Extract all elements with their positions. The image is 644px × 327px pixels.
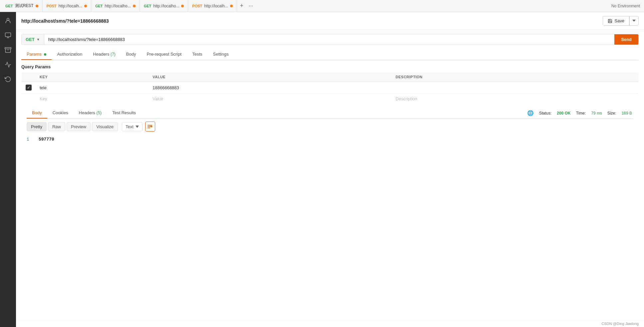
param-value-cell[interactable]: 18866668883 [149,82,392,94]
response-toolbar: Pretty Raw Preview Visualize Text [27,119,633,134]
tab-authorization[interactable]: Authorization [52,49,88,60]
view-pretty-button[interactable]: Pretty [27,122,47,131]
param-checkbox[interactable]: ✓ [26,85,32,91]
resp-tab-cookies[interactable]: Cookies [47,108,74,119]
tab-3-dot [133,5,136,7]
url-display: http://localhost/sms/?tele=18866668883 [21,18,599,24]
sidebar-icon-history[interactable] [2,73,14,85]
format-label: Text [126,124,134,129]
tab-1[interactable]: GET 测试REST [1,0,43,12]
url-input[interactable] [44,34,615,45]
empty-key-cell[interactable]: Key [36,94,149,104]
save-button[interactable]: Save [603,16,629,25]
svg-rect-4 [5,48,11,49]
resp-tab-body[interactable]: Body [27,108,47,119]
tab-settings[interactable]: Settings [208,49,234,60]
view-preview-button[interactable]: Preview [67,122,91,131]
line-number-1: 1 [27,137,33,142]
time-value: 79 ms [591,111,602,116]
status-value: 200 OK [557,111,570,116]
table-row-empty: Key Value Description [22,94,639,104]
request-line: GET ▼ Send [21,34,639,45]
tab-5[interactable]: POST http://localh... [188,0,237,12]
send-button[interactable]: Send [614,34,638,45]
table-row: ✓ tele 18866668883 [22,82,639,94]
tab-5-method: POST [192,4,202,8]
response-area: Body Cookies Headers (5) Test Results 🌐 … [21,108,639,320]
empty-checkbox-cell [22,94,36,104]
param-checkbox-cell: ✓ [22,82,36,94]
code-line-1: 1 597770 [27,137,633,142]
params-table: KEY VALUE DESCRIPTION ✓ tele 18866668883 [21,72,639,104]
tab-2-url: http://localh... [59,4,82,8]
svg-rect-1 [5,33,11,37]
more-tabs-button[interactable]: ··· [246,1,256,11]
tab-5-url: http://localh... [204,4,228,8]
sidebar [0,12,16,327]
sidebar-icon-chart[interactable] [2,59,14,71]
col-value: VALUE [149,72,392,82]
col-description: DESCRIPTION [392,72,638,82]
tab-3-method: GET [95,4,103,8]
sidebar-icon-people[interactable] [2,15,14,27]
main-content: http://localhost/sms/?tele=18866668883 S… [16,12,644,327]
svg-point-0 [7,18,9,21]
param-key-cell[interactable]: tele [36,82,149,94]
tab-5-dot [230,5,233,7]
tab-2-method: POST [47,4,57,8]
col-checkbox [22,72,36,82]
main-layout: http://localhost/sms/?tele=18866668883 S… [0,12,644,327]
tab-4-method: GET [144,4,152,8]
tab-params[interactable]: Params [21,49,52,60]
save-label: Save [614,18,624,23]
sidebar-icon-monitor[interactable] [2,29,14,41]
add-tab-button[interactable]: + [237,1,246,11]
params-dot [44,53,46,56]
save-dropdown-button[interactable] [629,16,638,25]
tab-1-dot [36,5,38,7]
sidebar-icon-box[interactable] [2,44,14,56]
tab-headers[interactable]: Headers (7) [88,49,121,60]
empty-value-cell[interactable]: Value [149,94,392,104]
footer: CSDN @Ding Jiaxlong [16,320,644,327]
request-tabs: Params Authorization Headers (7) Body Pr… [21,49,639,60]
wrap-button[interactable] [145,122,155,132]
response-body-content: 1 597770 [27,134,633,317]
col-key: KEY [36,72,149,82]
response-tabs-bar: Body Cookies Headers (5) Test Results 🌐 … [27,108,633,119]
view-raw-button[interactable]: Raw [48,122,65,131]
tab-body[interactable]: Body [121,49,142,60]
method-value: GET [26,37,35,42]
tab-1-label: 测试REST [15,3,34,9]
resp-tab-test-results[interactable]: Test Results [107,108,141,119]
request-area: GET ▼ Send Params Authorization Headers … [16,30,644,320]
method-selector[interactable]: GET ▼ [22,34,44,45]
tab-tests[interactable]: Tests [187,49,207,60]
url-bar: http://localhost/sms/?tele=18866668883 S… [16,12,644,30]
environment-selector[interactable]: No Environment [611,4,643,8]
tab-2-dot [84,5,87,7]
tab-3[interactable]: GET http://localho... [91,0,140,12]
tab-4-url: http://localho... [153,4,179,8]
time-label: Time: [576,111,586,116]
param-desc-cell[interactable] [392,82,638,94]
size-label: Size: [607,111,616,116]
resp-tab-headers[interactable]: Headers (5) [74,108,107,119]
tab-4[interactable]: GET http://localho... [140,0,188,12]
line-value-1: 597770 [39,137,54,142]
status-label: Status: [539,111,551,116]
tab-pre-request[interactable]: Pre-request Script [141,49,187,60]
tab-1-method: GET [5,4,13,8]
tab-bar: GET 测试REST POST http://localh... GET htt… [0,0,644,12]
response-status: 🌐 Status: 200 OK Time: 79 ms Size: 169 B [527,110,633,116]
size-value: 169 B [622,111,632,116]
method-chevron-icon: ▼ [37,38,40,41]
view-visualize-button[interactable]: Visualize [92,122,118,131]
globe-icon: 🌐 [527,110,534,116]
empty-desc-cell[interactable]: Description [392,94,638,104]
tab-2[interactable]: POST http://localh... [43,0,91,12]
tab-3-url: http://localho... [105,4,131,8]
query-params-title: Query Params [21,60,639,72]
format-selector[interactable]: Text [122,122,143,131]
tab-4-dot [181,5,184,7]
